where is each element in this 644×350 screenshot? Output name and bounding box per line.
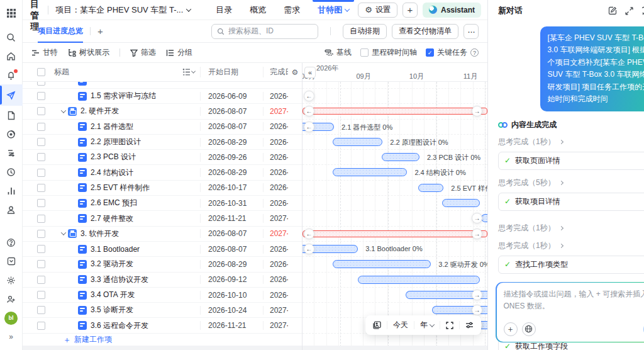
finish-date-cell[interactable]: 2027-05 bbox=[263, 229, 288, 238]
table-row[interactable]: 1.5 需求评审与冻结 2026-06-09 2026-06 bbox=[23, 89, 302, 104]
projects-icon[interactable] bbox=[0, 84, 23, 106]
start-date-cell[interactable]: 2026-11-21 bbox=[200, 214, 263, 223]
finish-date-cell[interactable]: 2026-10 bbox=[263, 168, 288, 177]
gantt-bar[interactable] bbox=[418, 184, 443, 192]
start-date-cell[interactable]: 2026-06-09 bbox=[200, 92, 263, 101]
scroll-to-bar-left-arrow[interactable]: ← bbox=[304, 229, 314, 239]
filter-button[interactable]: 筛选 bbox=[130, 47, 156, 58]
finish-date-cell[interactable]: 2027-01 bbox=[263, 306, 288, 315]
table-settings-gear-icon[interactable]: ⚙ bbox=[288, 68, 302, 77]
project-selector[interactable]: 项目：某车企 PHEV SUV 车型 T-... bbox=[55, 4, 191, 16]
row-checkbox[interactable] bbox=[37, 306, 45, 314]
invite-member-icon[interactable] bbox=[0, 290, 23, 308]
critical-tasks-toggle[interactable]: ✓ 关键任务 ? bbox=[426, 47, 479, 58]
finish-date-cell[interactable]: 2026-09 bbox=[263, 245, 288, 254]
expand-panel-icon[interactable] bbox=[625, 7, 633, 15]
table-row[interactable]: 2.7 硬件整改 2026-11-21 2027-01 bbox=[23, 211, 302, 226]
gantt-bar[interactable] bbox=[333, 260, 431, 268]
start-date-cell[interactable]: 2026-09-12 bbox=[200, 275, 263, 284]
table-row[interactable]: 3.5 诊断开发 2026-10-24 2027-01 bbox=[23, 303, 302, 318]
table-row[interactable]: 2.6 EMC 预扫 2026-10-31 2026-11 bbox=[23, 196, 302, 211]
baseline-button[interactable]: 基线 bbox=[325, 47, 352, 58]
group-button[interactable]: 分组 bbox=[166, 47, 192, 58]
task-title[interactable]: 3. 软件开发 bbox=[80, 229, 119, 239]
table-row[interactable]: 2.1 器件选型 2026-08-07 2026-08 bbox=[23, 120, 302, 135]
task-title[interactable]: 1.5 需求评审与冻结 bbox=[91, 91, 156, 101]
row-checkbox[interactable] bbox=[37, 215, 45, 223]
finish-date-cell[interactable]: 2026-11 bbox=[263, 199, 288, 208]
chat-history-icon[interactable] bbox=[641, 6, 644, 15]
gantt-bar[interactable] bbox=[303, 108, 487, 115]
user-avatar[interactable]: bl bbox=[0, 308, 23, 327]
collapse-table-button[interactable]: « bbox=[304, 67, 316, 78]
task-title[interactable]: 2.2 原理图设计 bbox=[91, 137, 141, 147]
task-title[interactable]: 3.4 OTA 开发 bbox=[91, 290, 135, 300]
gantt-bar[interactable] bbox=[382, 153, 419, 161]
gantt-bar[interactable] bbox=[442, 199, 480, 207]
gantt-bar[interactable] bbox=[333, 168, 407, 176]
web-globe-button[interactable] bbox=[522, 322, 536, 336]
scroll-to-bar-right-arrow[interactable]: → bbox=[472, 106, 482, 116]
finish-date-cell[interactable]: 2026-10 bbox=[263, 183, 288, 192]
expand-chevron-icon[interactable] bbox=[59, 110, 68, 113]
table-row[interactable]: 3. 软件开发 2026-08-07 2027-05 bbox=[23, 227, 302, 242]
report-chart-icon[interactable] bbox=[0, 181, 23, 200]
task-title[interactable]: 3.3 通信协议开发 bbox=[91, 274, 148, 285]
today-button[interactable]: 今天 bbox=[393, 320, 408, 330]
row-checkbox[interactable] bbox=[37, 184, 45, 192]
table-row[interactable]: 3.1 Bootloader 2026-08-07 2026-09 bbox=[23, 242, 302, 257]
milestone-timeline-toggle[interactable]: 里程碑时间轴 bbox=[360, 47, 417, 58]
inbox-icon[interactable] bbox=[0, 252, 23, 271]
start-date-cell[interactable]: 2026-08-29 bbox=[200, 260, 263, 269]
start-date-cell[interactable]: 2026-09-26 bbox=[200, 153, 263, 162]
clock-icon[interactable] bbox=[0, 162, 23, 181]
finish-date-cell[interactable]: 2026-10 bbox=[263, 260, 288, 269]
table-row[interactable]: 3.3 通信协议开发 2026-09-12 2026-11 bbox=[23, 273, 302, 288]
select-all-checkbox[interactable] bbox=[37, 68, 45, 76]
expand-chevron-icon[interactable] bbox=[59, 232, 68, 235]
finish-date-cell[interactable]: 2026-10 bbox=[263, 153, 288, 162]
task-title[interactable]: 2.1 器件选型 bbox=[91, 121, 133, 132]
table-row[interactable]: 3.6 远程命令开发 2026-11-21 2027-02 bbox=[23, 318, 302, 333]
target-icon[interactable] bbox=[0, 125, 23, 144]
tree-view-button[interactable]: 树状展示 bbox=[68, 47, 109, 58]
task-title[interactable]: 3.6 远程命令开发 bbox=[91, 320, 148, 331]
row-checkbox[interactable] bbox=[37, 82, 45, 86]
row-checkbox[interactable] bbox=[37, 291, 45, 299]
scroll-to-bar-right-arrow[interactable]: → bbox=[472, 213, 482, 223]
table-row[interactable]: 2.2 原理图设计 2026-08-29 2026-09 bbox=[23, 135, 302, 150]
start-date-cell[interactable]: 2026-08-07 bbox=[200, 229, 263, 238]
settings-button[interactable]: ⚙ 设置 bbox=[358, 3, 397, 18]
attach-plus-button[interactable]: ＋ bbox=[504, 322, 518, 336]
row-checkbox[interactable] bbox=[37, 322, 45, 330]
start-date-cell[interactable]: 2026-10-31 bbox=[200, 199, 263, 208]
start-date-cell[interactable]: 2026-10-17 bbox=[200, 183, 263, 192]
new-work-item-button[interactable]: ＋ 新建工作项 bbox=[23, 334, 302, 346]
row-checkbox[interactable] bbox=[37, 276, 45, 284]
help-circle-icon[interactable]: ? bbox=[470, 48, 479, 57]
task-title[interactable]: 3.1 Bootloader bbox=[91, 245, 140, 254]
auto-schedule-button[interactable]: 自动排期 bbox=[343, 24, 387, 39]
finish-date-cell[interactable]: 2026-09 bbox=[263, 138, 288, 147]
scroll-to-bar-left-arrow[interactable]: ← bbox=[304, 244, 314, 254]
scroll-to-bar-right-arrow[interactable]: → bbox=[472, 290, 482, 300]
start-date-cell[interactable]: 2026-10-10 bbox=[200, 291, 263, 300]
notifications-bell-icon[interactable] bbox=[0, 65, 23, 84]
thinking-status[interactable]: 思考完成（1秒） bbox=[498, 240, 644, 251]
search-icon[interactable] bbox=[0, 28, 23, 47]
table-row[interactable] bbox=[23, 82, 302, 89]
task-title[interactable]: 3.5 诊断开发 bbox=[91, 305, 133, 315]
row-checkbox[interactable] bbox=[37, 123, 45, 131]
start-date-cell[interactable]: 2026-08-29 bbox=[200, 168, 263, 177]
settings-gear-icon[interactable] bbox=[0, 271, 23, 290]
finish-date-cell[interactable]: 2027-02 bbox=[263, 321, 288, 330]
column-config-icon[interactable] bbox=[182, 69, 200, 76]
scroll-to-bar-left-arrow[interactable]: ← bbox=[304, 106, 314, 116]
row-checkbox[interactable] bbox=[37, 107, 45, 115]
row-checkbox[interactable] bbox=[37, 260, 45, 268]
task-title[interactable]: 2.5 EVT 样件制作 bbox=[91, 183, 150, 193]
finish-date-cell[interactable]: 2026-12 bbox=[263, 291, 288, 300]
new-chat-compose-icon[interactable] bbox=[608, 6, 617, 15]
start-date-cell[interactable]: 2026-08-07 bbox=[200, 245, 263, 254]
tab-甘特图[interactable]: 甘特图 bbox=[309, 0, 358, 20]
